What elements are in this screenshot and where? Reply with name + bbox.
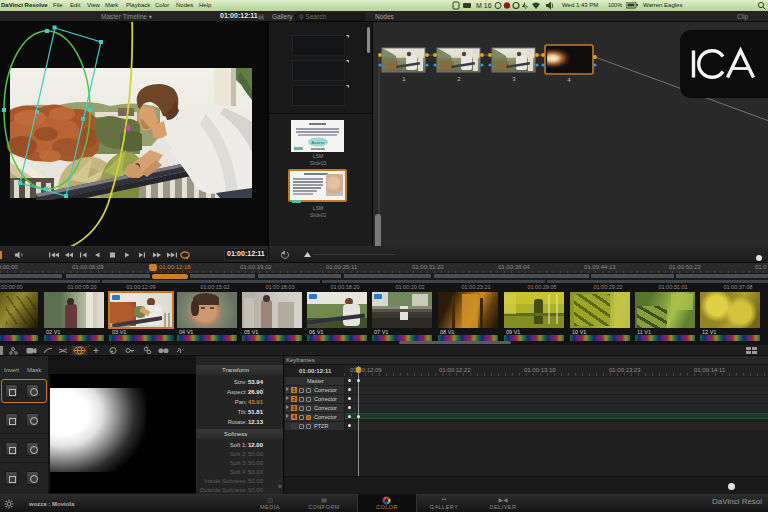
svg-text:1: 1: [402, 76, 406, 82]
svg-text:3: 3: [512, 76, 516, 82]
svg-text:M 16: M 16: [476, 2, 492, 9]
svg-text:Assess: Assess: [312, 140, 325, 145]
svg-text:4: 4: [567, 77, 571, 83]
svg-text:2: 2: [457, 76, 461, 82]
